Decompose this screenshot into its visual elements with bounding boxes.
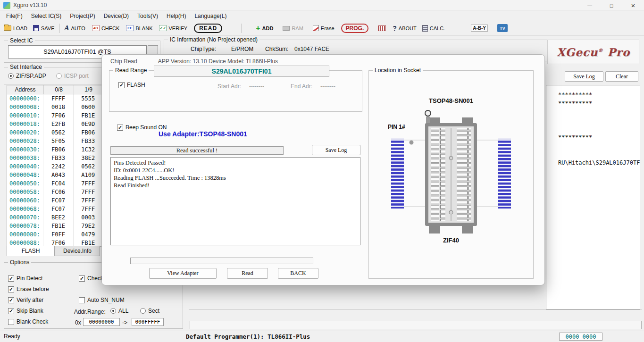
check-checkbox[interactable]: Check xyxy=(79,275,103,282)
beep-checkbox[interactable]: Beep Sound ON xyxy=(117,124,167,131)
log-line xyxy=(558,108,640,117)
radio-dot xyxy=(110,308,116,314)
ic-socket-button[interactable] xyxy=(378,25,386,31)
dialog-title: Chip Read xyxy=(110,58,137,65)
menu-project[interactable]: Project(P) xyxy=(66,12,99,20)
table-row[interactable]: 00000040:22420562 xyxy=(7,162,103,171)
blank-button[interactable]: BLANK xyxy=(126,25,152,31)
start-adr-label: Start Adr: xyxy=(217,83,241,90)
table-row[interactable]: 00000050:FC047FFF xyxy=(7,179,103,188)
flash-checkbox[interactable]: FLASH xyxy=(118,82,145,88)
divider xyxy=(189,309,642,310)
addr-range-sect-radio[interactable]: Sect xyxy=(140,308,159,314)
hex-buffer-grid[interactable]: Address 0/8 1/9 00000000:FFFF5555 000000… xyxy=(7,85,104,247)
icsp-radio[interactable]: ICSP port xyxy=(56,73,89,79)
cell: 00000038: xyxy=(7,154,43,162)
table-row[interactable]: 00000080:F0FF0479 xyxy=(7,230,103,239)
view-adapter-button[interactable]: View Adapter xyxy=(149,268,217,279)
cell: 00000020: xyxy=(7,128,43,137)
pin-detect-checkbox[interactable]: Pin Detect xyxy=(8,275,42,282)
table-row[interactable]: 00000038:FB3338E2 xyxy=(7,154,103,162)
dialog-read-button[interactable]: Read xyxy=(227,268,268,279)
table-row[interactable]: 00000030:FB061C32 xyxy=(7,145,103,154)
cell: 1C32 xyxy=(74,145,103,154)
ram-button[interactable]: RAM xyxy=(283,25,303,31)
menu-language[interactable]: Language(L) xyxy=(190,12,231,20)
auto-button[interactable]: A AUTO xyxy=(65,24,85,32)
close-icon[interactable] xyxy=(622,0,644,11)
verify-after-checkbox[interactable]: Verify after xyxy=(8,297,43,303)
check-label: Check xyxy=(87,275,103,282)
dialog-log-line: ID: 0x0001 22C4......OK! xyxy=(114,167,357,174)
load-button[interactable]: LOAD xyxy=(4,25,27,31)
cell: FB33 xyxy=(74,137,103,145)
erase-before-checkbox[interactable]: Erase before xyxy=(8,286,49,292)
verify-button[interactable]: VERIFY xyxy=(159,25,187,31)
radio-dot xyxy=(56,73,62,79)
cell: FB06 xyxy=(43,145,73,154)
menu-select-ic[interactable]: Select IC(S) xyxy=(27,12,66,20)
auto-sn-checkbox[interactable]: Auto SN_NUM xyxy=(79,297,125,303)
table-row[interactable]: 00000028:5F05FB33 xyxy=(7,137,103,145)
prog-button[interactable]: PROG. xyxy=(341,24,369,33)
zif-label: ZIF/SP.ADP xyxy=(16,73,46,79)
checkbox-box xyxy=(79,275,85,282)
tab-device-info[interactable]: Device.Info xyxy=(55,246,100,256)
table-row[interactable]: 00000078:FB1E79E2 xyxy=(7,222,103,230)
table-row[interactable]: 00000018:E2FB0E9D xyxy=(7,120,103,128)
table-row[interactable]: 00000008:00180600 xyxy=(7,103,103,111)
table-row[interactable]: 00000010:7F06FB1E xyxy=(7,111,103,120)
addr-range-all-radio[interactable]: ALL xyxy=(110,308,128,314)
tab-flash[interactable]: FLASH xyxy=(7,246,55,256)
log-line xyxy=(558,142,640,151)
auto-sn-label: Auto SN_NUM xyxy=(87,297,125,303)
chip-read-dialog: Chip Read APP Version: 13.10 Device Mode… xyxy=(101,54,545,285)
back-button[interactable]: BACK xyxy=(278,268,318,279)
table-row[interactable]: 00000000:FFFF5555 xyxy=(7,94,103,103)
cell: 00000078: xyxy=(7,222,43,230)
table-row[interactable]: 00000070:BEE20003 xyxy=(7,213,103,222)
read-button[interactable]: READ xyxy=(194,24,222,33)
hex-prefix-label: 0x xyxy=(75,319,81,326)
table-row[interactable]: 00000068:FC077FFF xyxy=(7,205,103,213)
minimize-icon[interactable] xyxy=(579,0,601,11)
table-row[interactable]: 00000060:FC077FFF xyxy=(7,196,103,205)
menu-device[interactable]: Device(D) xyxy=(100,12,133,20)
save-log-button[interactable]: Save Log xyxy=(565,71,603,82)
table-row[interactable]: 00000058:FC067FFF xyxy=(7,188,103,196)
tv-button[interactable]: TV xyxy=(497,24,508,32)
main-progress-bar xyxy=(190,321,642,329)
dialog-save-log-button[interactable]: Save Log xyxy=(312,145,360,155)
check-button[interactable]: CHECK xyxy=(92,25,120,31)
dialog-log[interactable]: Pins Detected Passed! ID: 0x0001 22C4...… xyxy=(110,157,360,245)
addr-from-input[interactable] xyxy=(83,318,120,326)
cell: FC07 xyxy=(43,205,73,213)
menu-tools[interactable]: Tools(V) xyxy=(133,12,162,20)
skip-blank-checkbox[interactable]: Skip Blank xyxy=(8,308,43,314)
about-button[interactable]: ? ABOUT xyxy=(393,25,416,32)
radio-dot xyxy=(140,308,146,314)
zif-radio[interactable]: ZIF/SP.ADP xyxy=(8,73,46,79)
table-row[interactable]: 00000020:0562FB06 xyxy=(7,128,103,137)
zif-lever-icon xyxy=(425,110,431,116)
radio-dot xyxy=(8,73,14,79)
clear-button[interactable]: Clear xyxy=(605,71,638,82)
read-range-title: Read Range xyxy=(113,67,149,74)
log-panel[interactable]: ********** ********** ********** RU\Hita… xyxy=(546,85,640,309)
blank-check-checkbox[interactable]: Blank Check xyxy=(8,318,48,325)
erase-button[interactable]: Erase xyxy=(313,25,335,31)
start-adr-value: -------- xyxy=(249,83,264,90)
maximize-icon[interactable] xyxy=(601,0,622,11)
checkbox-box xyxy=(117,125,123,131)
all-label: ALL xyxy=(118,308,128,314)
menu-help[interactable]: Help(H) xyxy=(162,12,190,20)
save-button[interactable]: SAVE xyxy=(33,25,55,31)
logic-test-button[interactable]: A-B-Y xyxy=(471,25,488,32)
cell: FFFF xyxy=(43,94,73,103)
addr-to-input[interactable] xyxy=(132,318,164,326)
table-row[interactable]: 00000048:A043A109 xyxy=(7,171,103,179)
checkbox-box xyxy=(8,286,14,292)
menu-file[interactable]: File(F) xyxy=(2,12,27,20)
add-button[interactable]: + ADD xyxy=(256,25,273,31)
calc-button[interactable]: CALC. xyxy=(422,25,445,32)
